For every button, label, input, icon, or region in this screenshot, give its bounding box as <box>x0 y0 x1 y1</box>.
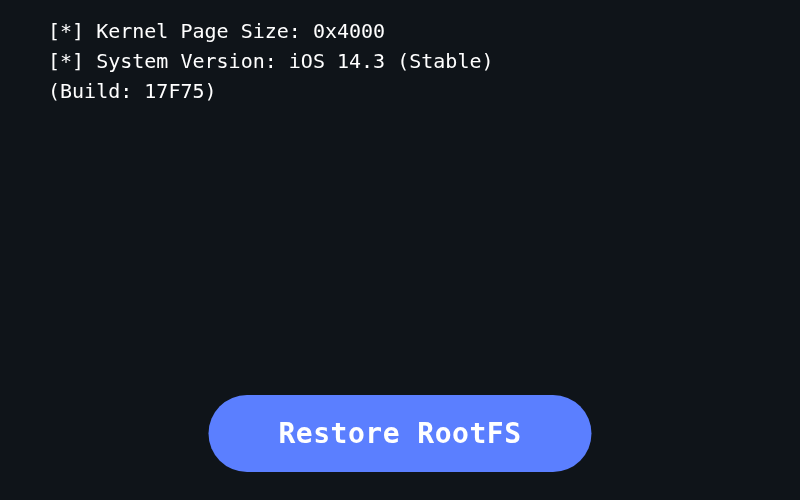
restore-rootfs-button[interactable]: Restore RootFS <box>208 395 591 472</box>
log-output: [*] Kernel Page Size: 0x4000 [*] System … <box>0 0 800 122</box>
log-line: [*] Kernel Page Size: 0x4000 <box>48 16 752 46</box>
log-line: (Build: 17F75) <box>48 76 752 106</box>
log-line: [*] System Version: iOS 14.3 (Stable) <box>48 46 752 76</box>
